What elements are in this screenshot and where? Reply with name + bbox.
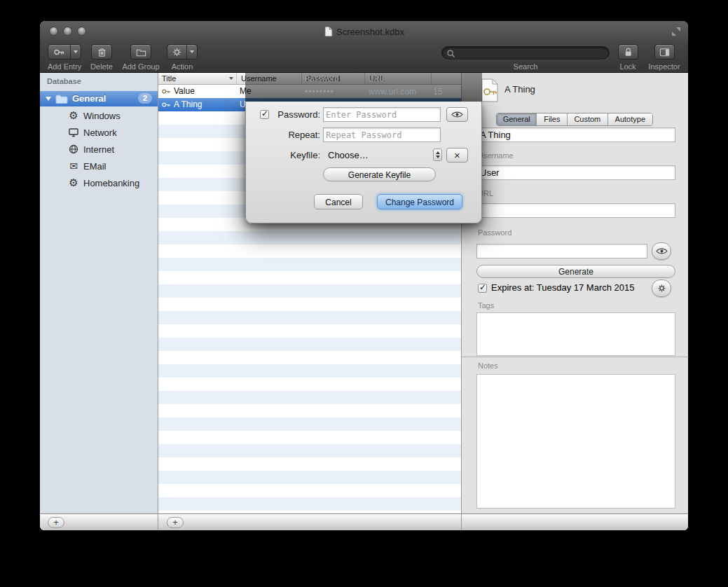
column-header-title[interactable]: Title — [158, 73, 237, 84]
tab-files[interactable]: Files — [537, 113, 568, 125]
sort-descending-icon — [229, 77, 233, 80]
document-icon — [324, 26, 333, 37]
dialog-password-input[interactable] — [323, 107, 441, 122]
tags-field[interactable] — [476, 312, 675, 356]
dim-column-header-password: Password — [305, 74, 338, 83]
sidebar-item-network[interactable]: Network — [40, 125, 158, 141]
chevron-down-icon — [436, 156, 440, 158]
add-entry-dropdown[interactable] — [70, 45, 81, 59]
entry-icon — [481, 78, 499, 102]
lock-icon — [622, 46, 634, 58]
add-group-label: Add Group — [121, 62, 160, 71]
envelope-icon — [68, 160, 79, 172]
generate-password-button[interactable]: Generate — [476, 265, 675, 278]
inspector-tabs: General Files Custom Autotype — [496, 113, 653, 126]
sidebar-item-label: EMail — [83, 161, 107, 172]
titlebar[interactable]: Screenshot.kdbx — [40, 21, 688, 42]
inspector-panel-icon — [659, 46, 671, 58]
sidebar-divider[interactable] — [158, 73, 158, 530]
search-input[interactable] — [458, 48, 600, 60]
expires-label: Expires at: Tuesday 17 March 2015 — [491, 282, 635, 293]
dim-cell-extra: 15 — [433, 87, 442, 97]
add-group-plus-button[interactable] — [48, 517, 64, 528]
dim-cell-password: •••••••• — [305, 87, 334, 97]
add-group-button[interactable] — [130, 44, 151, 60]
dim-cell-url: www.url.com — [369, 87, 416, 97]
gear-icon — [171, 46, 183, 58]
inspector-panel: A Thing General Files Custom Autotype Us… — [461, 73, 688, 513]
keyfile-popup[interactable]: Choose… — [328, 148, 369, 163]
window-title: Screenshot.kdbx — [336, 27, 404, 37]
search-icon — [446, 49, 455, 58]
inspector-label: Inspector — [645, 62, 684, 71]
tab-autotype[interactable]: Autotype — [608, 113, 652, 125]
inspector-button[interactable] — [654, 44, 675, 60]
gear-icon — [68, 177, 79, 188]
sidebar-item-label: Network — [83, 127, 117, 138]
dialog-show-password-button[interactable] — [446, 107, 468, 122]
sidebar-group-general[interactable]: General 2 — [40, 91, 158, 106]
toolbar: Add Entry Delete Add Group — [40, 42, 688, 73]
cell-title: Value — [174, 86, 195, 96]
sidebar-item-label: Internet — [83, 144, 114, 155]
sidebar-item-homebanking[interactable]: Homebanking — [40, 175, 158, 192]
sidebar-item-email[interactable]: EMail — [40, 158, 158, 175]
tab-custom[interactable]: Custom — [568, 113, 607, 125]
keyfile-stepper[interactable] — [433, 149, 442, 161]
username-field[interactable] — [476, 165, 675, 180]
add-entry-plus-button[interactable] — [167, 517, 184, 528]
gear-icon — [657, 283, 667, 294]
action-button[interactable] — [167, 44, 198, 60]
entry-title: A Thing — [504, 84, 535, 95]
password-field[interactable] — [476, 244, 647, 258]
disclosure-triangle-icon[interactable] — [46, 97, 51, 101]
group-label: General — [72, 93, 106, 104]
notes-label: Notes — [478, 361, 498, 370]
sidebar-item-label: Windows — [83, 111, 121, 121]
username-label: Username — [478, 151, 514, 160]
change-password-dialog: Password: Repeat: Keyfile: Choose… Gener… — [245, 102, 482, 223]
chevron-down-icon — [190, 50, 194, 53]
password-label: Password — [478, 228, 511, 237]
dim-column-header-url: URL — [369, 74, 384, 83]
title-area: Screenshot.kdbx — [40, 21, 688, 42]
search-label: Search — [441, 62, 610, 71]
fullscreen-icon[interactable] — [671, 27, 681, 36]
clear-keyfile-button[interactable] — [446, 148, 468, 163]
url-field[interactable] — [476, 203, 675, 218]
action-dropdown[interactable] — [186, 45, 197, 59]
sidebar-item-internet[interactable]: Internet — [40, 141, 158, 158]
expires-options-button[interactable] — [652, 279, 671, 297]
show-password-button[interactable] — [652, 242, 671, 260]
count-badge: 2 — [138, 93, 152, 104]
cell-title: A Thing — [174, 99, 202, 109]
notes-field[interactable] — [476, 374, 675, 509]
sidebar: Database General 2 Windows Network — [40, 73, 158, 513]
lock-button[interactable] — [618, 44, 638, 60]
gear-icon — [68, 110, 79, 121]
sidebar-section-header: Database — [47, 77, 81, 85]
monitor-icon — [68, 127, 79, 138]
search-box[interactable] — [441, 46, 610, 60]
cancel-button[interactable]: Cancel — [314, 194, 363, 209]
eye-icon — [451, 111, 463, 118]
dialog-repeat-input[interactable] — [323, 127, 441, 142]
chevron-down-icon — [74, 50, 78, 53]
change-password-button[interactable]: Change Password — [377, 194, 462, 209]
tags-label: Tags — [478, 301, 494, 310]
sidebar-item-label: Homebanking — [83, 178, 139, 188]
delete-button[interactable] — [91, 44, 112, 60]
expires-checkbox[interactable] — [478, 284, 487, 293]
add-entry-button[interactable] — [48, 44, 81, 60]
generate-keyfile-button[interactable]: Generate Keyfile — [323, 167, 436, 181]
app-window: Screenshot.kdbx Add Entry — [40, 21, 688, 530]
tab-general[interactable]: General — [497, 113, 537, 125]
action-label: Action — [167, 62, 198, 71]
chevron-up-icon — [436, 151, 440, 154]
trash-icon — [96, 46, 108, 58]
sidebar-item-windows[interactable]: Windows — [40, 108, 158, 125]
lock-label: Lock — [614, 62, 642, 71]
sheet-shadow: Password URL •••••••• www.url.com 15 — [245, 73, 482, 102]
title-field[interactable] — [476, 127, 675, 142]
delete-label: Delete — [86, 62, 117, 71]
